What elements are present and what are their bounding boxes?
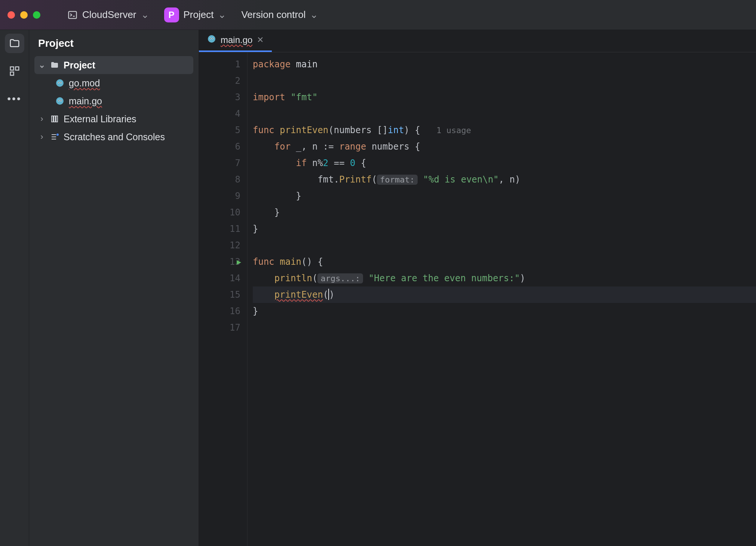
svg-point-17 [56, 134, 59, 136]
code-line[interactable] [253, 73, 756, 89]
svg-point-8 [61, 82, 61, 83]
code-line[interactable]: } [253, 303, 756, 319]
svg-point-22 [212, 38, 213, 39]
tree-scratches-label: Scratches and Consoles [64, 132, 165, 142]
code-line[interactable]: for _, n := range numbers { [253, 138, 756, 155]
chevron-down-icon: ⌄ [218, 9, 226, 21]
svg-rect-3 [10, 72, 13, 76]
code-line[interactable]: } [253, 204, 756, 221]
go-file-icon [55, 96, 65, 105]
code-content[interactable]: package mainimport "fmt"func printEven(n… [248, 52, 756, 546]
svg-point-13 [61, 100, 61, 101]
cloud-server-menu[interactable]: CloudServer ⌄ [64, 7, 152, 23]
code-line[interactable]: fmt.Printf(format: "%d is even\n", n) [253, 171, 756, 188]
tree-scratches[interactable]: › Scratches and Consoles [34, 128, 193, 146]
vcs-menu[interactable]: Version control ⌄ [238, 7, 321, 23]
svg-rect-0 [69, 11, 77, 18]
close-window-button[interactable] [7, 11, 15, 19]
tree-external-label: External Libraries [64, 114, 136, 125]
code-line[interactable]: func printEven(numbers []int) { 1 usage [253, 122, 756, 138]
chevron-down-icon: ⌄ [310, 9, 318, 21]
tree-external-libraries[interactable]: › External Libraries [34, 110, 193, 128]
svg-rect-1 [10, 67, 13, 70]
tree-file-label: go.mod [69, 78, 100, 89]
go-file-icon [207, 34, 216, 46]
code-line[interactable]: func main() { [253, 254, 756, 270]
more-icon: ••• [7, 93, 21, 105]
structure-tool-button[interactable] [5, 61, 24, 81]
tree-file-go-mod[interactable]: go.mod [34, 74, 193, 92]
project-badge: P [164, 7, 179, 22]
svg-point-4 [56, 79, 64, 87]
chevron-right-icon: › [38, 132, 46, 142]
svg-point-21 [210, 38, 211, 39]
maximize-window-button[interactable] [33, 11, 40, 19]
minimize-window-button[interactable] [20, 11, 28, 19]
folder-icon [49, 61, 60, 70]
tree-file-main-go[interactable]: main.go [34, 92, 193, 110]
folder-icon [9, 38, 20, 49]
cloud-server-label: CloudServer [82, 9, 136, 21]
code-line[interactable]: import "fmt" [253, 89, 756, 105]
project-menu[interactable]: P Project ⌄ [161, 5, 230, 25]
tab-filename: main.go [221, 35, 252, 45]
scratches-icon [49, 132, 60, 141]
chevron-down-icon: ⌄ [38, 60, 46, 70]
project-menu-label: Project [184, 9, 214, 21]
svg-point-7 [58, 82, 59, 83]
svg-rect-14 [52, 116, 53, 122]
chevron-down-icon: ⌄ [141, 9, 149, 21]
svg-rect-15 [54, 116, 55, 122]
panel-title: Project [29, 30, 199, 56]
more-tool-button[interactable]: ••• [5, 89, 24, 108]
tree-root-project[interactable]: ⌄ Project [34, 56, 193, 74]
code-line[interactable]: } [253, 221, 756, 237]
editor-tabs: main.go ✕ [199, 30, 756, 52]
svg-rect-16 [56, 116, 58, 122]
titlebar: CloudServer ⌄ P Project ⌄ Version contro… [0, 0, 756, 30]
svg-point-18 [208, 35, 215, 43]
tab-close-button[interactable]: ✕ [257, 35, 264, 45]
code-line[interactable]: } [253, 188, 756, 204]
svg-point-9 [56, 97, 64, 105]
code-line[interactable]: package main [253, 56, 756, 73]
project-panel: Project ⌄ Project go.modmain.go › Extern… [29, 30, 199, 546]
run-gutter-icon[interactable]: ▶ [237, 254, 241, 270]
chevron-right-icon: › [38, 114, 46, 124]
code-area[interactable]: 12345678910111213▶14151617 package maini… [199, 52, 756, 546]
tree-file-label: main.go [69, 96, 102, 107]
code-line[interactable]: if n%2 == 0 { [253, 155, 756, 171]
window-controls [7, 11, 40, 19]
editor: main.go ✕ 12345678910111213▶14151617 pac… [199, 30, 756, 546]
code-line[interactable]: printEven() [253, 286, 756, 303]
terminal-icon [67, 10, 78, 20]
go-file-icon [55, 79, 65, 88]
gutter: 12345678910111213▶14151617 [199, 52, 248, 546]
vcs-label: Version control [241, 9, 305, 21]
project-tool-button[interactable] [5, 34, 24, 53]
tree-root-label: Project [64, 60, 95, 71]
usages-inlay[interactable]: 1 usage [436, 126, 471, 135]
code-line[interactable] [253, 105, 756, 122]
code-line[interactable] [253, 319, 756, 336]
project-tree: ⌄ Project go.modmain.go › External Libra… [29, 56, 199, 146]
library-icon [49, 114, 60, 123]
svg-point-12 [58, 100, 59, 101]
tab-main-go[interactable]: main.go ✕ [199, 30, 272, 52]
code-line[interactable] [253, 237, 756, 254]
left-toolbar: ••• [0, 30, 29, 546]
structure-icon [9, 65, 20, 77]
svg-rect-2 [15, 67, 19, 70]
main-area: ••• Project ⌄ Project go.modmain.go › Ex… [0, 30, 756, 546]
code-line[interactable]: println(args...: "Here are the even numb… [253, 270, 756, 286]
